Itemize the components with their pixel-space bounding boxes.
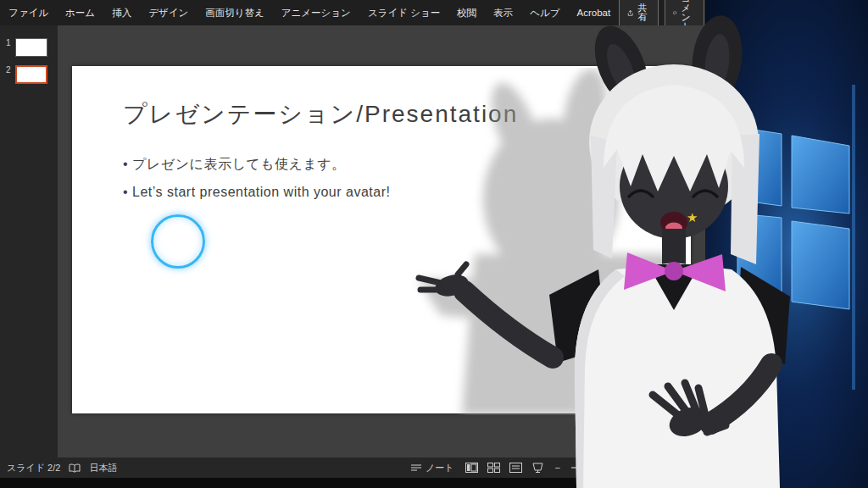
tab-acrobat[interactable]: Acrobat — [569, 0, 620, 25]
share-label: 共有 — [637, 3, 650, 22]
desktop-wallpaper — [705, 0, 868, 488]
zoom-slider-thumb[interactable] — [604, 463, 607, 472]
slide-bullet[interactable]: プレゼンに表示しても使えます。 — [123, 156, 691, 174]
powerpoint-window: ファイル ホーム 挿入 デザイン 画面切り替え アニメーション スライド ショー… — [0, 0, 705, 488]
notes-icon — [410, 463, 422, 473]
zoom-out-button[interactable]: − — [555, 463, 560, 473]
slide-thumbnail-1[interactable]: 1 — [0, 34, 58, 61]
laser-pointer-ring — [151, 214, 205, 269]
screen: ファイル ホーム 挿入 デザイン 画面切り替え アニメーション スライド ショー… — [0, 0, 868, 488]
slide-thumbnail-image[interactable] — [15, 65, 47, 84]
notes-label: ノート — [426, 462, 454, 474]
slide-thumbnail-2[interactable]: 2 — [0, 61, 58, 88]
slide-title[interactable]: プレゼンテーション/Presentation — [123, 98, 691, 130]
tab-review[interactable]: 校閲 — [448, 0, 485, 25]
tab-file[interactable]: ファイル — [0, 0, 57, 25]
workspace: 1 2 プレゼンテーション/Presentation プレゼンに表示しても使えま… — [0, 25, 705, 458]
slide-thumbnail-panel: 1 2 — [0, 25, 58, 458]
status-bar: スライド 2/2 日本語 ノート — [0, 458, 705, 478]
tab-transitions[interactable]: 画面切り替え — [197, 0, 273, 25]
language-indicator[interactable]: 日本語 — [89, 462, 117, 474]
tab-insert[interactable]: 挿入 — [103, 0, 140, 25]
tab-animations[interactable]: アニメーション — [273, 0, 359, 25]
slide-number: 2 — [6, 65, 11, 75]
comment-icon — [673, 8, 676, 18]
share-icon — [627, 8, 633, 18]
slide-counter[interactable]: スライド 2/2 — [7, 462, 60, 474]
tab-help[interactable]: ヘルプ — [521, 0, 568, 25]
window-bottom-edge — [0, 478, 705, 488]
normal-view-icon[interactable] — [465, 463, 478, 473]
slide-thumbnail-image[interactable] — [15, 38, 47, 57]
zoom-slider[interactable] — [571, 467, 639, 469]
slide-sorter-icon[interactable] — [487, 463, 500, 473]
proofing-book-icon[interactable] — [69, 463, 81, 473]
ribbon-tab-bar: ファイル ホーム 挿入 デザイン 画面切り替え アニメーション スライド ショー… — [0, 0, 705, 25]
slide-number: 1 — [6, 38, 11, 47]
reading-view-icon[interactable] — [509, 463, 522, 473]
windows-logo — [705, 0, 868, 488]
notes-button[interactable]: ノート — [410, 462, 454, 474]
status-right-controls: ノート — [410, 462, 698, 474]
slide-body-text[interactable]: プレゼンに表示しても使えます。 Let’s start presentation… — [123, 156, 691, 200]
tab-home[interactable]: ホーム — [57, 0, 103, 25]
slide-bullet[interactable]: Let’s start presentation with your avata… — [123, 185, 691, 200]
slide-editor-area: プレゼンテーション/Presentation プレゼンに表示しても使えます。 L… — [58, 25, 705, 458]
view-switcher — [465, 463, 544, 473]
tab-view[interactable]: 表示 — [485, 0, 521, 25]
slide-canvas[interactable]: プレゼンテーション/Presentation プレゼンに表示しても使えます。 L… — [72, 66, 691, 413]
slideshow-icon[interactable] — [531, 463, 544, 473]
tab-design[interactable]: デザイン — [140, 0, 197, 25]
tab-slideshow[interactable]: スライド ショー — [359, 0, 448, 25]
